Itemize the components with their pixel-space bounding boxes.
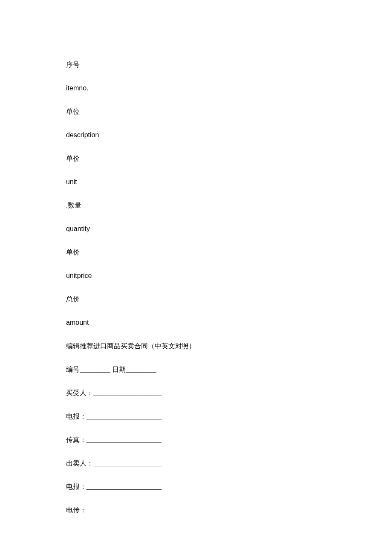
line-dianchuan: 电传：______________________ [66,505,326,515]
line-danwei: 单位 [66,107,326,117]
line-unitprice: unitprice [66,271,326,281]
line-chuanzhen: 传真：______________________ [66,435,326,445]
line-itemno: itemno. [66,83,326,93]
line-title: 编辑推荐进口商品买卖合同（中英文对照） [66,341,326,351]
line-chumairen: 出卖人：____________________ [66,458,326,468]
line-danjia-1: 单价 [66,153,326,164]
line-maishouren: 买受人：____________________ [66,388,326,398]
line-zongjia: 总价 [66,294,326,304]
line-dianbao-2: 电报：______________________ [66,482,326,492]
line-quantity: quantity [66,224,326,234]
line-dianbao-1: 电报：______________________ [66,411,326,422]
line-xuhao: 序号 [66,60,326,70]
line-shuliang: .数量 [66,200,326,211]
line-bianhao-riqi: 编号_________ 日期_________ [66,364,326,375]
line-danjia-2: 单价 [66,247,326,257]
line-description: description [66,130,326,140]
line-amount: amount [66,318,326,328]
line-unit: unit [66,177,326,187]
